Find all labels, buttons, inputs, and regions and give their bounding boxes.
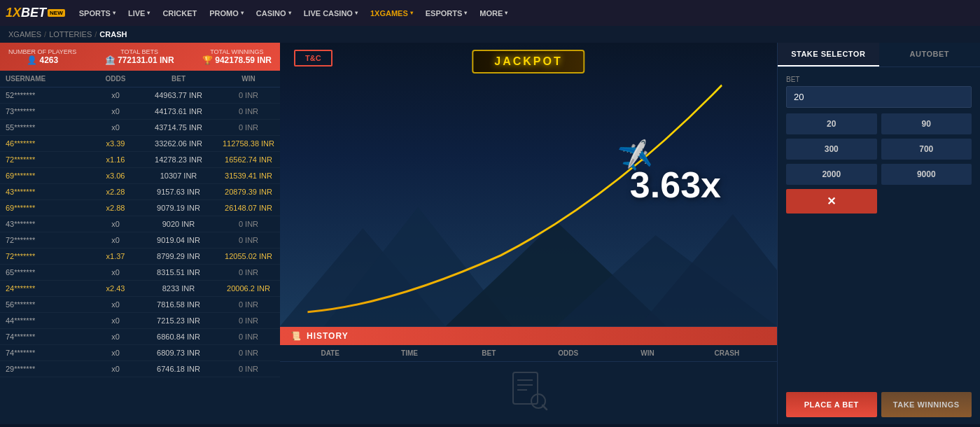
stat-players: Number of players 👤 4263 <box>8 48 76 65</box>
clear-bet-button[interactable]: ✕ <box>786 189 877 214</box>
stat-total-winnings: Total winnings 🏆 942178.59 INR <box>202 48 272 65</box>
table-row: 55*******x043714.75 INR0 INR <box>0 120 280 136</box>
stake-content: Bet 20 90 300 700 2000 9000 ✕ <box>778 67 980 385</box>
breadcrumb: XGAMES / LOTTERIES / CRASH <box>0 26 980 43</box>
table-row: 69*******x3.0610307 INR31539.41 INR <box>0 168 280 184</box>
nav-esports[interactable]: ESPORTS ▾ <box>420 0 473 26</box>
history-panel: 📜 HISTORY DATE TIME BET ODDS WIN CRASH <box>280 326 777 424</box>
quick-bet-20[interactable]: 20 <box>786 113 877 134</box>
table-row: 65*******x08315.51 INR0 INR <box>0 265 280 281</box>
history-icon: 📜 <box>290 331 301 341</box>
table-row: 56*******x07816.58 INR0 INR <box>0 297 280 313</box>
navbar: 1XBET NEW SPORTS ▾ LIVE ▾ CRICKET PROMO … <box>0 0 980 26</box>
hist-col-odds: ODDS <box>528 349 608 357</box>
main-layout: Number of players 👤 4263 Total bets 🏦 77… <box>0 43 980 424</box>
history-header: 📜 HISTORY <box>280 327 777 345</box>
history-title: HISTORY <box>307 331 349 341</box>
game-area: JACKPOT T&C ✈️ 3.63x <box>280 43 777 326</box>
svg-rect-5 <box>513 372 538 404</box>
jackpot-banner: JACKPOT <box>472 50 584 74</box>
col-odds: ODDS <box>91 71 140 87</box>
middle-panel: JACKPOT T&C ✈️ 3.63x 📜 HISTORY DATE TIME… <box>280 43 777 424</box>
svg-line-10 <box>542 405 547 410</box>
table-row: 29*******x06746.18 INR0 INR <box>0 361 280 377</box>
table-header: USERNAME ODDS BET WIN <box>0 71 280 88</box>
nav-1xgames[interactable]: 1XGAMES ▾ <box>365 0 419 26</box>
no-history-placeholder <box>507 369 550 413</box>
hist-col-crash: CRASH <box>687 349 766 357</box>
quick-bet-300[interactable]: 300 <box>786 139 877 160</box>
col-win: WIN <box>217 71 280 87</box>
history-columns: DATE TIME BET ODDS WIN CRASH <box>280 345 777 362</box>
nav-cricket[interactable]: CRICKET <box>157 0 202 26</box>
table-row: 73*******x044173.61 INR0 INR <box>0 104 280 120</box>
table-row: 46*******x3.3933262.06 INR112758.38 INR <box>0 136 280 152</box>
bet-input[interactable] <box>786 86 972 108</box>
tab-stake-selector[interactable]: STAKE SELECTOR <box>778 43 879 66</box>
right-panel: STAKE SELECTOR AUTOBET Bet 20 90 300 700… <box>777 43 980 424</box>
hist-col-time: TIME <box>370 349 449 357</box>
multiplier-display: 3.63x <box>630 164 721 206</box>
table-row: 74*******x06860.84 INR0 INR <box>0 329 280 345</box>
take-winnings-button[interactable]: TAKE WINNINGS <box>881 392 972 417</box>
hist-col-win: WIN <box>608 349 687 357</box>
hist-col-bet: BET <box>449 349 528 357</box>
quick-bet-90[interactable]: 90 <box>881 113 972 134</box>
bets-table-body: 52*******x044963.77 INR0 INR73*******x04… <box>0 88 280 424</box>
bets-panel: Number of players 👤 4263 Total bets 🏦 77… <box>0 43 280 424</box>
place-bet-button[interactable]: PLACE A BET <box>786 392 877 417</box>
breadcrumb-xgames[interactable]: XGAMES <box>8 30 41 38</box>
table-row: 72*******x1.378799.29 INR12055.02 INR <box>0 248 280 265</box>
stake-tabs: STAKE SELECTOR AUTOBET <box>778 43 980 67</box>
stats-bar: Number of players 👤 4263 Total bets 🏦 77… <box>0 43 280 71</box>
logo[interactable]: 1XBET NEW <box>6 6 65 20</box>
table-row: 52*******x044963.77 INR0 INR <box>0 88 280 104</box>
history-body <box>280 362 777 420</box>
bet-label: Bet <box>786 76 972 83</box>
stat-total-bets: Total bets 🏦 772131.01 INR <box>105 48 174 65</box>
table-row: 43*******x2.289157.63 INR20879.39 INR <box>0 184 280 200</box>
nav-sports[interactable]: SPORTS ▾ <box>74 0 121 26</box>
table-row: 74*******x06809.73 INR0 INR <box>0 345 280 361</box>
nav-promo[interactable]: PROMO ▾ <box>204 0 249 26</box>
col-bet: BET <box>140 71 217 87</box>
new-badge: NEW <box>48 9 65 17</box>
no-data-icon <box>507 369 550 411</box>
table-row: 44*******x07215.23 INR0 INR <box>0 313 280 329</box>
nav-casino[interactable]: CASINO ▾ <box>251 0 297 26</box>
tc-button[interactable]: T&C <box>294 50 332 66</box>
table-row: 69*******x2.889079.19 INR26148.07 INR <box>0 200 280 216</box>
quick-bet-700[interactable]: 700 <box>881 139 972 160</box>
nav-live-casino[interactable]: LIVE CASINO ▾ <box>298 0 363 26</box>
quick-bet-9000[interactable]: 9000 <box>881 164 972 185</box>
table-row: 43*******x09020 INR0 INR <box>0 216 280 232</box>
hist-col-date: DATE <box>290 349 370 357</box>
breadcrumb-crash: CRASH <box>99 30 127 38</box>
quick-bet-2000[interactable]: 2000 <box>786 164 877 185</box>
breadcrumb-lotteries[interactable]: LOTTERIES <box>49 30 92 38</box>
table-row: 24*******x2.438233 INR20006.2 INR <box>0 281 280 297</box>
nav-more[interactable]: MORE ▾ <box>474 0 513 26</box>
table-row: 72*******x1.1614278.23 INR16562.74 INR <box>0 152 280 168</box>
nav-live[interactable]: LIVE ▾ <box>122 0 155 26</box>
quick-bets-grid: 20 90 300 700 2000 9000 ✕ <box>786 113 972 214</box>
action-buttons: PLACE A BET TAKE WINNINGS <box>778 385 980 424</box>
jackpot-text: JACKPOT <box>494 55 562 68</box>
table-row: 72*******x09019.04 INR0 INR <box>0 232 280 248</box>
tab-autobet[interactable]: AUTOBET <box>879 43 981 66</box>
col-username: USERNAME <box>0 71 91 87</box>
